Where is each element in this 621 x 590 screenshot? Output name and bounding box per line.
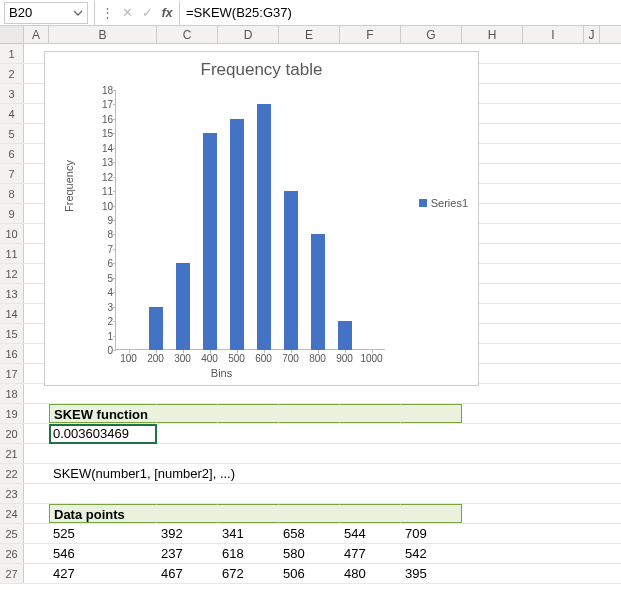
cell-G20[interactable] (401, 424, 462, 443)
cell-A18[interactable] (24, 384, 49, 403)
formula-input[interactable] (182, 5, 621, 20)
cell-J18[interactable] (584, 384, 600, 403)
cell-J25[interactable] (584, 524, 600, 543)
name-box[interactable]: B20 (4, 2, 88, 24)
cell-E24[interactable] (279, 504, 340, 523)
cell-A23[interactable] (24, 484, 49, 503)
row-header[interactable]: 14 (0, 304, 24, 323)
cell-F21[interactable] (340, 444, 401, 463)
cell-J21[interactable] (584, 444, 600, 463)
row-header[interactable]: 9 (0, 204, 24, 223)
cell-J8[interactable] (584, 184, 600, 203)
cell-G27[interactable]: 395 (401, 564, 462, 583)
cell-I15[interactable] (523, 324, 584, 343)
cell-D22[interactable] (218, 464, 279, 483)
row-header[interactable]: 13 (0, 284, 24, 303)
cell-A21[interactable] (24, 444, 49, 463)
row-header[interactable]: 24 (0, 504, 24, 523)
cell-A19[interactable] (24, 404, 49, 423)
cell-H21[interactable] (462, 444, 523, 463)
cell-I23[interactable] (523, 484, 584, 503)
row-header[interactable]: 3 (0, 84, 24, 103)
col-header[interactable]: F (340, 26, 401, 43)
cell-F27[interactable]: 480 (340, 564, 401, 583)
cell-G18[interactable] (401, 384, 462, 403)
cell-I2[interactable] (523, 64, 584, 83)
cell-I18[interactable] (523, 384, 584, 403)
col-header[interactable]: J (584, 26, 600, 43)
cell-C22[interactable] (157, 464, 218, 483)
cell-H24[interactable] (462, 504, 523, 523)
col-header[interactable]: G (401, 26, 462, 43)
cell-A22[interactable] (24, 464, 49, 483)
cell-I24[interactable] (523, 504, 584, 523)
cell-D26[interactable]: 618 (218, 544, 279, 563)
cell-H27[interactable] (462, 564, 523, 583)
row-header[interactable]: 25 (0, 524, 24, 543)
row-header[interactable]: 15 (0, 324, 24, 343)
cell-J4[interactable] (584, 104, 600, 123)
cell-J22[interactable] (584, 464, 600, 483)
cell-C25[interactable]: 392 (157, 524, 218, 543)
cell-J3[interactable] (584, 84, 600, 103)
cell-B27[interactable]: 427 (49, 564, 157, 583)
cell-J24[interactable] (584, 504, 600, 523)
cell-F18[interactable] (340, 384, 401, 403)
cell-G25[interactable]: 709 (401, 524, 462, 543)
select-all-corner[interactable] (0, 26, 24, 43)
row-header[interactable]: 11 (0, 244, 24, 263)
row-header[interactable]: 18 (0, 384, 24, 403)
row-header[interactable]: 23 (0, 484, 24, 503)
cell-C18[interactable] (157, 384, 218, 403)
cell-F25[interactable]: 544 (340, 524, 401, 543)
row-header[interactable]: 8 (0, 184, 24, 203)
cell-J9[interactable] (584, 204, 600, 223)
row-header[interactable]: 4 (0, 104, 24, 123)
cell-H18[interactable] (462, 384, 523, 403)
row-header[interactable]: 2 (0, 64, 24, 83)
cell-B26[interactable]: 546 (49, 544, 157, 563)
cancel-icon[interactable]: ✕ (117, 5, 137, 20)
cell-J16[interactable] (584, 344, 600, 363)
cell-J15[interactable] (584, 324, 600, 343)
cell-G26[interactable]: 542 (401, 544, 462, 563)
row-header[interactable]: 1 (0, 44, 24, 63)
cell-D18[interactable] (218, 384, 279, 403)
cell-E20[interactable] (279, 424, 340, 443)
cell-E23[interactable] (279, 484, 340, 503)
cell-H22[interactable] (462, 464, 523, 483)
cell-I26[interactable] (523, 544, 584, 563)
cell-D23[interactable] (218, 484, 279, 503)
cell-I17[interactable] (523, 364, 584, 383)
row-header[interactable]: 12 (0, 264, 24, 283)
cell-I19[interactable] (523, 404, 584, 423)
cell-B19[interactable]: SKEW function (49, 404, 157, 423)
row-header[interactable]: 26 (0, 544, 24, 563)
cell-E19[interactable] (279, 404, 340, 423)
cell-I22[interactable] (523, 464, 584, 483)
cell-B21[interactable] (49, 444, 157, 463)
cell-H26[interactable] (462, 544, 523, 563)
cell-J19[interactable] (584, 404, 600, 423)
cell-J20[interactable] (584, 424, 600, 443)
cell-J7[interactable] (584, 164, 600, 183)
cell-J2[interactable] (584, 64, 600, 83)
worksheet[interactable]: 12345678910111213141516171819SKEW functi… (0, 44, 621, 584)
row-header[interactable]: 22 (0, 464, 24, 483)
col-header[interactable]: B (49, 26, 157, 43)
row-header[interactable]: 17 (0, 364, 24, 383)
cell-D20[interactable] (218, 424, 279, 443)
row-header[interactable]: 16 (0, 344, 24, 363)
cell-I27[interactable] (523, 564, 584, 583)
cell-B18[interactable] (49, 384, 157, 403)
cell-I25[interactable] (523, 524, 584, 543)
row-header[interactable]: 7 (0, 164, 24, 183)
cell-J27[interactable] (584, 564, 600, 583)
cell-E26[interactable]: 580 (279, 544, 340, 563)
enter-icon[interactable]: ✓ (137, 5, 157, 20)
row-header[interactable]: 20 (0, 424, 24, 443)
cell-E27[interactable]: 506 (279, 564, 340, 583)
col-header[interactable]: I (523, 26, 584, 43)
cell-E21[interactable] (279, 444, 340, 463)
cell-D25[interactable]: 341 (218, 524, 279, 543)
